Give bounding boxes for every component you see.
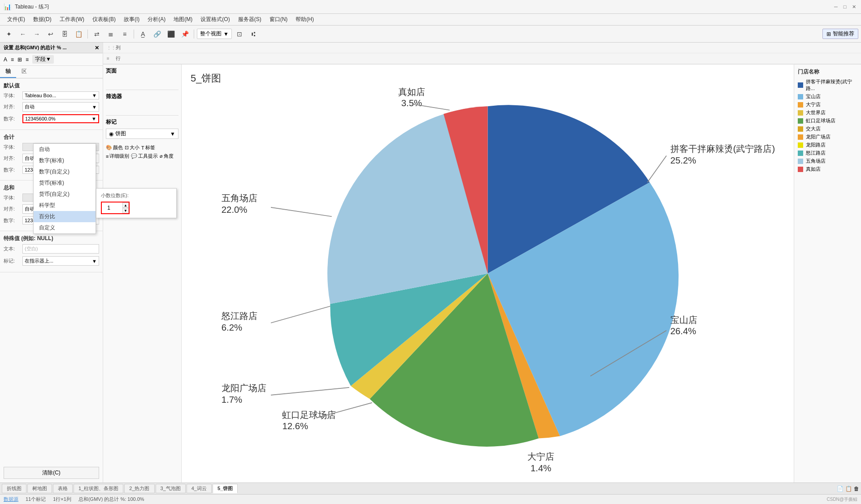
left-panel-title: 设置 总和(GMV) 的总计 % ... xyxy=(4,44,95,51)
dropdown-scientific[interactable]: 科学型 xyxy=(34,200,96,211)
duplicate-sheet-icon[interactable]: 📋 xyxy=(845,486,852,492)
mark-select[interactable]: 在指示器上... ▼ xyxy=(22,256,99,266)
menu-server[interactable]: 服务器(S) xyxy=(235,15,265,24)
size-button[interactable]: ⊡大小 xyxy=(125,144,139,151)
tab-line[interactable]: 折线图 xyxy=(2,484,26,493)
tab-table[interactable]: 表格 xyxy=(53,484,73,493)
menu-dashboard[interactable]: 仪表板(B) xyxy=(89,15,119,24)
spin-up-button[interactable]: ▲ xyxy=(122,202,129,208)
forward-button[interactable]: → xyxy=(30,28,43,40)
maximize-button[interactable]: □ xyxy=(841,3,848,10)
tooltip-mark-button[interactable]: 💬工具提示 xyxy=(131,153,158,159)
highlight-button[interactable]: ⬛ xyxy=(165,28,177,40)
pin-button[interactable]: 📌 xyxy=(178,28,191,40)
tableau-logo-btn[interactable]: ✦ xyxy=(3,28,15,40)
datasource-link[interactable]: 数据源 xyxy=(4,496,18,503)
format-button[interactable]: A̲ xyxy=(137,28,149,40)
back-button[interactable]: ← xyxy=(17,28,29,40)
legend-label-8: 怒江路店 xyxy=(806,150,826,156)
menu-map[interactable]: 地图(M) xyxy=(170,15,196,24)
format-tab-grid[interactable]: ⊞ xyxy=(17,56,22,63)
text-select[interactable]: (空白) xyxy=(22,244,99,254)
dropdown-number-custom[interactable]: 数字(自定义) xyxy=(34,166,96,177)
align-select[interactable]: 自动 ▼ xyxy=(22,102,99,112)
menu-story[interactable]: 故事(I) xyxy=(120,15,143,24)
close-panel-button[interactable]: ✕ xyxy=(95,45,99,51)
delete-sheet-icon[interactable]: 🗑 xyxy=(854,486,859,492)
legend-item-10: 真如店 xyxy=(798,166,857,172)
font-select[interactable]: Tableau Boo... ▼ xyxy=(22,91,99,99)
region-tab[interactable]: 区 xyxy=(16,66,32,78)
left-panel-header: 设置 总和(GMV) 的总计 % ... ✕ xyxy=(0,43,103,53)
color-button[interactable]: 🎨颜色 xyxy=(106,144,123,151)
menu-window[interactable]: 窗口(N) xyxy=(266,15,291,24)
tab-wordcloud[interactable]: 4_词云 xyxy=(187,484,212,493)
label-pinke-pct: 25.2% xyxy=(670,155,696,165)
paste-button[interactable]: 📋 xyxy=(72,28,85,40)
number-format-dropdown: 自动 数字(标准) 数字(自定义) 货币(标准) 货币(自定义) 科学型 百分比… xyxy=(33,143,96,234)
legend-color-5 xyxy=(798,126,803,132)
clear-button[interactable]: 清除(C) xyxy=(4,467,99,479)
spin-down-button[interactable]: ▼ xyxy=(122,208,129,213)
format-tab-a[interactable]: A xyxy=(4,56,7,63)
menu-file[interactable]: 文件(E) xyxy=(4,15,29,24)
legend-label-7: 龙阳路店 xyxy=(806,142,826,148)
chart-canvas: 5_饼图 xyxy=(182,65,794,482)
fields-button[interactable]: 字段▼ xyxy=(32,55,54,64)
label-zhenru: 真如店 xyxy=(398,87,425,97)
angle-button[interactable]: ⌀角度 xyxy=(160,153,174,159)
minimize-button[interactable]: ─ xyxy=(832,3,839,10)
menu-worksheet[interactable]: 工作表(W) xyxy=(56,15,88,24)
legend-color-2 xyxy=(798,102,803,108)
default-section: 默认值 字体: Tableau Boo... ▼ 对齐: 自动 ▼ 数字: 12… xyxy=(0,78,103,130)
format-tab-align[interactable]: ≡ xyxy=(11,56,14,63)
mark-type-dropdown[interactable]: ◉ 饼图 ▼ xyxy=(106,129,178,139)
format-tab-lines[interactable]: ≡ xyxy=(26,56,29,63)
label-longyang: 龙阳广场店 xyxy=(222,383,266,393)
label-mark-button[interactable]: T标签 xyxy=(141,144,155,151)
dropdown-custom[interactable]: 自定义 xyxy=(34,222,96,233)
dropdown-currency-custom[interactable]: 货币(自定义) xyxy=(34,189,96,200)
label-button[interactable]: ≡ xyxy=(118,28,131,40)
smart-recommend-button[interactable]: ⊞ 智能推荐 xyxy=(822,29,858,39)
axis-tab[interactable]: 轴 xyxy=(0,66,16,78)
group-button[interactable]: ≣ xyxy=(104,28,117,40)
color-icon: 🎨 xyxy=(106,145,112,151)
decimal-input[interactable] xyxy=(102,204,122,212)
legend-color-8 xyxy=(798,151,803,156)
chart-title: 5_饼图 xyxy=(191,72,221,85)
menu-format[interactable]: 设置格式(O) xyxy=(197,15,233,24)
tab-heatmap[interactable]: 2_热力图 xyxy=(124,484,154,493)
share-button[interactable]: ⑆ xyxy=(247,28,260,40)
legend-item-9: 五角场店 xyxy=(798,158,857,164)
tooltip-icon: 💬 xyxy=(131,153,137,159)
number-select[interactable]: 12345600.0% ▼ xyxy=(22,114,99,123)
legend-item-5: 交大店 xyxy=(798,125,857,132)
menu-data[interactable]: 数据(D) xyxy=(30,15,55,24)
tooltip-button[interactable]: 🔗 xyxy=(151,28,163,40)
dropdown-auto[interactable]: 自动 xyxy=(34,144,96,155)
left-control-panel: 页面 筛选器 标记 ◉ 饼图 ▼ 🎨颜色 ⊡大小 xyxy=(103,65,182,482)
menu-analysis[interactable]: 分析(A) xyxy=(144,15,169,24)
new-sheet-icon[interactable]: 📄 xyxy=(837,486,844,492)
tab-bubble[interactable]: 3_气泡图 xyxy=(156,484,186,493)
row-shelf: ≡ 行 xyxy=(103,53,861,64)
menu-help[interactable]: 帮助(H) xyxy=(292,15,317,24)
dropdown-currency-std[interactable]: 货币(标准) xyxy=(34,177,96,189)
view-mode-dropdown[interactable]: 整个视图 ▼ xyxy=(197,29,232,39)
dropdown-percent[interactable]: 百分比 xyxy=(34,211,96,222)
label-hongkou-pct: 12.6% xyxy=(282,421,308,431)
swap-button[interactable]: ⇄ xyxy=(91,28,103,40)
chart-with-panels: 页面 筛选器 标记 ◉ 饼图 ▼ 🎨颜色 ⊡大小 xyxy=(103,65,861,482)
tab-pie[interactable]: 5_饼图 xyxy=(213,484,238,493)
tab-bar[interactable]: 1_柱状图、条形图 xyxy=(74,484,123,493)
new-datasource-button[interactable]: 🗄 xyxy=(58,28,71,40)
close-button[interactable]: ✕ xyxy=(850,3,857,10)
legend-title: 门店名称 xyxy=(798,68,857,76)
fix-size-button[interactable]: ⊡ xyxy=(233,28,246,40)
legend-label-4: 虹口足球场店 xyxy=(806,117,835,124)
save-button[interactable]: ↩ xyxy=(44,28,57,40)
tab-treemap[interactable]: 树地图 xyxy=(27,484,52,493)
dropdown-number-std[interactable]: 数字(标准) xyxy=(34,155,96,166)
detail-button[interactable]: ≡详细级别 xyxy=(106,153,129,159)
